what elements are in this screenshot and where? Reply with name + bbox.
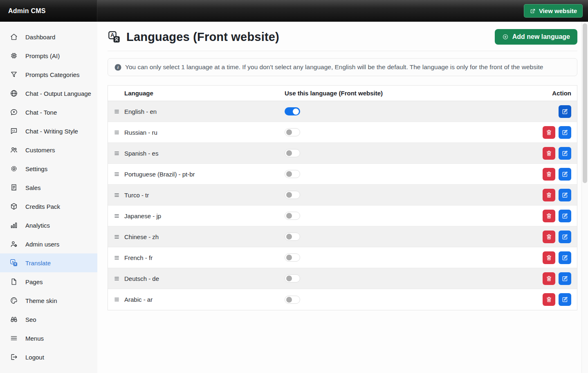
sidebar-item-chat-output-language[interactable]: Chat - Output Language [0,84,97,103]
language-toggle[interactable] [285,296,300,304]
title-divider [108,51,577,51]
add-new-language-button[interactable]: Add new language [495,29,577,45]
sidebar-item-label: Credits Pack [25,203,60,210]
sidebar-item-translate[interactable]: ATranslate [0,253,97,272]
grip-cell [114,296,124,303]
language-toggle[interactable] [285,107,300,115]
sidebar-item-menus[interactable]: Menus [0,329,97,348]
drag-handle-icon[interactable] [114,129,120,136]
delete-language-button[interactable] [543,126,555,139]
toggle-cell [285,107,518,115]
drag-handle-icon[interactable] [114,192,120,198]
language-toggle[interactable] [285,191,300,199]
sidebar-item-customers[interactable]: Customers [0,140,97,159]
language-toggle[interactable] [285,274,300,283]
sidebar-item-seo[interactable]: Seo [0,310,97,329]
drag-handle-icon[interactable] [114,150,120,156]
delete-language-button[interactable] [543,210,555,222]
sidebar-item-label: Prompts Categories [25,71,80,78]
plus-circle-icon [502,34,509,40]
toggle-cell [285,295,518,303]
language-toggle[interactable] [285,149,300,157]
sidebar-item-logout[interactable]: Logout [0,348,97,366]
delete-language-button[interactable] [543,293,555,306]
language-label: French - fr [124,254,285,261]
drag-handle-icon[interactable] [114,234,120,240]
vertical-scrollbar[interactable] [581,22,588,373]
delete-language-button[interactable] [543,168,555,181]
grip-cell [114,276,124,282]
sidebar-item-chat-tone[interactable]: Chat - Tone [0,103,97,122]
table-row-chinese-zh: Chinese - zh [108,226,577,247]
edit-language-button[interactable] [559,126,571,139]
trash-icon [545,254,552,261]
drag-handle-icon[interactable] [114,296,120,303]
edit-language-button[interactable] [559,293,571,306]
drag-handle-icon[interactable] [114,276,120,282]
language-label: Chinese - zh [124,233,285,240]
edit-language-button[interactable] [559,251,571,264]
table-row-japanese-jp: Japanese - jp [108,206,577,226]
action-cell [518,251,571,264]
edit-language-button[interactable] [559,105,571,118]
drag-handle-icon[interactable] [114,213,120,219]
sidebar-item-analytics[interactable]: Analytics [0,216,97,235]
sidebar-item-label: Prompts (AI) [25,52,60,59]
trash-icon [545,129,552,136]
view-website-label: View website [539,7,577,14]
toggle-cell [285,274,518,283]
sidebar-item-dashboard[interactable]: Dashboard [0,27,97,46]
gear-icon [10,165,18,173]
view-website-button[interactable]: View website [524,4,583,18]
table-row-french-fr: French - fr [108,247,577,268]
edit-language-button[interactable] [559,272,571,285]
sidebar-item-pages[interactable]: Pages [0,272,97,291]
edit-language-button[interactable] [559,168,571,181]
language-label: Japanese - jp [124,212,285,219]
drag-handle-icon[interactable] [114,171,120,177]
edit-icon [561,254,568,261]
language-label: Turco - tr [124,192,285,199]
sidebar-item-chat-writing-style[interactable]: Chat - Writing Style [0,122,97,140]
scrollbar-thumb[interactable] [583,23,587,183]
language-toggle[interactable] [285,233,300,241]
delete-language-button[interactable] [543,189,555,201]
trash-icon [545,296,552,303]
edit-icon [561,275,568,282]
language-toggle[interactable] [285,212,300,220]
sidebar-item-credits-pack[interactable]: Credits Pack [0,197,97,216]
grip-cell [114,129,124,136]
delete-language-button[interactable] [543,251,555,264]
sidebar-item-sales[interactable]: Sales [0,178,97,197]
edit-language-button[interactable] [559,147,571,160]
language-label: Arabic - ar [124,296,285,303]
drag-handle-icon[interactable] [114,109,120,115]
language-toggle[interactable] [285,128,300,136]
edit-language-button[interactable] [559,210,571,222]
grip-cell [114,171,124,177]
sidebar-item-label: Seo [25,316,36,323]
sidebar-item-prompts-categories[interactable]: Prompts Categories [0,65,97,84]
table-row-deutsch-de: Deutsch - de [108,268,577,289]
sidebar-item-label: Theme skin [25,297,57,304]
language-toggle[interactable] [285,170,300,178]
edit-language-button[interactable] [559,189,571,201]
file-icon [10,278,18,286]
language-toggle[interactable] [285,253,300,262]
edit-language-button[interactable] [559,231,571,243]
drag-handle-icon[interactable] [114,255,120,261]
sidebar-item-admin-users[interactable]: Admin users [0,235,97,253]
edit-icon [561,212,568,219]
delete-language-button[interactable] [543,231,555,243]
page-header: A Languages (Front website) Add new lang… [108,29,577,45]
edit-icon [561,129,568,136]
delete-language-button[interactable] [543,147,555,160]
delete-language-button[interactable] [543,272,555,285]
sidebar-item-settings[interactable]: Settings [0,159,97,178]
sidebar-item-theme-skin[interactable]: Theme skin [0,291,97,310]
app-brand: Admin CMS [8,7,46,15]
table-row-portuguese-brazil-pt-br: Portuguese (Brazil) - pt-br [108,164,577,185]
sidebar-item-prompts-ai[interactable]: Prompts (AI) [0,46,97,65]
receipt-icon [10,183,18,192]
list-icon [10,334,18,342]
